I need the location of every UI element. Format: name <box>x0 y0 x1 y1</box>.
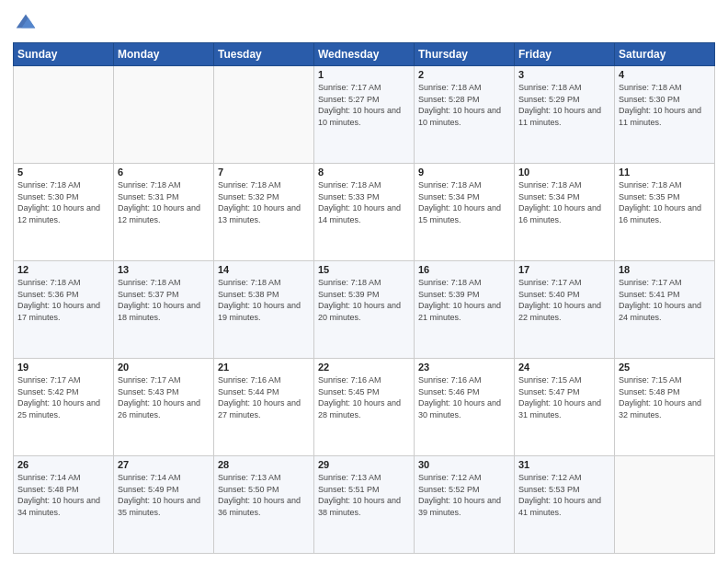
calendar-cell: 29Sunrise: 7:13 AMSunset: 5:51 PMDayligh… <box>314 456 415 554</box>
logo <box>13 9 42 35</box>
calendar-cell: 18Sunrise: 7:17 AMSunset: 5:41 PMDayligh… <box>615 261 715 359</box>
day-info: Sunrise: 7:18 AMSunset: 5:30 PMDaylight:… <box>619 82 711 128</box>
calendar-week-row: 12Sunrise: 7:18 AMSunset: 5:36 PMDayligh… <box>14 261 715 359</box>
day-number: 11 <box>619 167 711 178</box>
day-info: Sunrise: 7:18 AMSunset: 5:35 PMDaylight:… <box>619 179 711 225</box>
day-number: 9 <box>418 167 510 178</box>
calendar-cell: 3Sunrise: 7:18 AMSunset: 5:29 PMDaylight… <box>515 66 615 164</box>
day-number: 15 <box>318 264 410 275</box>
calendar-cell: 4Sunrise: 7:18 AMSunset: 5:30 PMDaylight… <box>615 66 715 164</box>
calendar-cell: 2Sunrise: 7:18 AMSunset: 5:28 PMDaylight… <box>415 66 515 164</box>
calendar-week-row: 19Sunrise: 7:17 AMSunset: 5:42 PMDayligh… <box>14 359 715 456</box>
day-info: Sunrise: 7:18 AMSunset: 5:29 PMDaylight:… <box>518 82 610 128</box>
col-thursday: Thursday <box>415 43 515 66</box>
calendar-cell: 5Sunrise: 7:18 AMSunset: 5:30 PMDaylight… <box>14 164 114 261</box>
calendar-cell: 31Sunrise: 7:12 AMSunset: 5:53 PMDayligh… <box>515 456 615 554</box>
calendar-cell: 28Sunrise: 7:13 AMSunset: 5:50 PMDayligh… <box>214 456 314 554</box>
calendar-cell: 12Sunrise: 7:18 AMSunset: 5:36 PMDayligh… <box>14 261 114 359</box>
day-number: 23 <box>418 362 510 373</box>
day-info: Sunrise: 7:16 AMSunset: 5:45 PMDaylight:… <box>318 374 410 420</box>
calendar-cell: 9Sunrise: 7:18 AMSunset: 5:34 PMDaylight… <box>415 164 515 261</box>
calendar-week-row: 5Sunrise: 7:18 AMSunset: 5:30 PMDaylight… <box>14 164 715 261</box>
day-number: 27 <box>118 459 210 470</box>
day-info: Sunrise: 7:18 AMSunset: 5:32 PMDaylight:… <box>218 179 310 225</box>
day-number: 29 <box>318 459 410 470</box>
day-number: 12 <box>17 264 109 275</box>
day-info: Sunrise: 7:17 AMSunset: 5:41 PMDaylight:… <box>619 277 711 323</box>
day-info: Sunrise: 7:15 AMSunset: 5:48 PMDaylight:… <box>619 374 711 420</box>
page: Sunday Monday Tuesday Wednesday Thursday… <box>0 0 728 563</box>
day-info: Sunrise: 7:13 AMSunset: 5:51 PMDaylight:… <box>318 472 410 518</box>
calendar-cell <box>615 456 715 554</box>
calendar-cell: 15Sunrise: 7:18 AMSunset: 5:39 PMDayligh… <box>314 261 415 359</box>
calendar-cell <box>214 66 314 164</box>
day-number: 30 <box>418 459 510 470</box>
day-info: Sunrise: 7:18 AMSunset: 5:39 PMDaylight:… <box>418 277 510 323</box>
day-info: Sunrise: 7:16 AMSunset: 5:44 PMDaylight:… <box>218 374 310 420</box>
day-info: Sunrise: 7:18 AMSunset: 5:31 PMDaylight:… <box>118 179 210 225</box>
calendar-cell: 24Sunrise: 7:15 AMSunset: 5:47 PMDayligh… <box>515 359 615 456</box>
day-number: 3 <box>518 69 610 80</box>
day-info: Sunrise: 7:17 AMSunset: 5:40 PMDaylight:… <box>518 277 610 323</box>
day-info: Sunrise: 7:13 AMSunset: 5:50 PMDaylight:… <box>218 472 310 518</box>
calendar-cell: 14Sunrise: 7:18 AMSunset: 5:38 PMDayligh… <box>214 261 314 359</box>
day-info: Sunrise: 7:18 AMSunset: 5:33 PMDaylight:… <box>318 179 410 225</box>
calendar-cell: 26Sunrise: 7:14 AMSunset: 5:48 PMDayligh… <box>14 456 114 554</box>
day-number: 21 <box>218 362 310 373</box>
calendar-cell: 27Sunrise: 7:14 AMSunset: 5:49 PMDayligh… <box>114 456 214 554</box>
day-info: Sunrise: 7:18 AMSunset: 5:28 PMDaylight:… <box>418 82 510 128</box>
day-info: Sunrise: 7:14 AMSunset: 5:48 PMDaylight:… <box>17 472 109 518</box>
calendar-cell <box>14 66 114 164</box>
calendar-cell: 25Sunrise: 7:15 AMSunset: 5:48 PMDayligh… <box>615 359 715 456</box>
calendar-cell: 11Sunrise: 7:18 AMSunset: 5:35 PMDayligh… <box>615 164 715 261</box>
day-number: 10 <box>518 167 610 178</box>
day-info: Sunrise: 7:18 AMSunset: 5:34 PMDaylight:… <box>418 179 510 225</box>
calendar-cell: 6Sunrise: 7:18 AMSunset: 5:31 PMDaylight… <box>114 164 214 261</box>
day-number: 5 <box>17 167 109 178</box>
day-info: Sunrise: 7:12 AMSunset: 5:53 PMDaylight:… <box>518 472 610 518</box>
day-number: 26 <box>17 459 109 470</box>
day-info: Sunrise: 7:18 AMSunset: 5:38 PMDaylight:… <box>218 277 310 323</box>
day-info: Sunrise: 7:16 AMSunset: 5:46 PMDaylight:… <box>418 374 510 420</box>
calendar-cell: 21Sunrise: 7:16 AMSunset: 5:44 PMDayligh… <box>214 359 314 456</box>
day-info: Sunrise: 7:12 AMSunset: 5:52 PMDaylight:… <box>418 472 510 518</box>
calendar-week-row: 26Sunrise: 7:14 AMSunset: 5:48 PMDayligh… <box>14 456 715 554</box>
day-number: 7 <box>218 167 310 178</box>
header <box>13 9 715 35</box>
calendar-cell: 1Sunrise: 7:17 AMSunset: 5:27 PMDaylight… <box>314 66 415 164</box>
day-number: 8 <box>318 167 410 178</box>
col-tuesday: Tuesday <box>214 43 314 66</box>
day-number: 1 <box>318 69 410 80</box>
calendar-cell: 23Sunrise: 7:16 AMSunset: 5:46 PMDayligh… <box>415 359 515 456</box>
calendar-cell: 7Sunrise: 7:18 AMSunset: 5:32 PMDaylight… <box>214 164 314 261</box>
calendar-cell: 13Sunrise: 7:18 AMSunset: 5:37 PMDayligh… <box>114 261 214 359</box>
calendar-week-row: 1Sunrise: 7:17 AMSunset: 5:27 PMDaylight… <box>14 66 715 164</box>
day-number: 24 <box>518 362 610 373</box>
day-info: Sunrise: 7:15 AMSunset: 5:47 PMDaylight:… <box>518 374 610 420</box>
day-number: 19 <box>17 362 109 373</box>
calendar-cell: 20Sunrise: 7:17 AMSunset: 5:43 PMDayligh… <box>114 359 214 456</box>
day-info: Sunrise: 7:18 AMSunset: 5:30 PMDaylight:… <box>17 179 109 225</box>
day-number: 14 <box>218 264 310 275</box>
day-info: Sunrise: 7:17 AMSunset: 5:43 PMDaylight:… <box>118 374 210 420</box>
calendar-cell: 8Sunrise: 7:18 AMSunset: 5:33 PMDaylight… <box>314 164 415 261</box>
day-number: 4 <box>619 69 711 80</box>
col-sunday: Sunday <box>14 43 114 66</box>
col-saturday: Saturday <box>615 43 715 66</box>
day-info: Sunrise: 7:18 AMSunset: 5:36 PMDaylight:… <box>17 277 109 323</box>
calendar-header-row: Sunday Monday Tuesday Wednesday Thursday… <box>14 43 715 66</box>
day-number: 22 <box>318 362 410 373</box>
day-info: Sunrise: 7:17 AMSunset: 5:42 PMDaylight:… <box>17 374 109 420</box>
calendar-cell: 17Sunrise: 7:17 AMSunset: 5:40 PMDayligh… <box>515 261 615 359</box>
day-number: 20 <box>118 362 210 373</box>
day-number: 13 <box>118 264 210 275</box>
day-number: 25 <box>619 362 711 373</box>
day-number: 28 <box>218 459 310 470</box>
calendar-table: Sunday Monday Tuesday Wednesday Thursday… <box>13 42 715 554</box>
day-number: 2 <box>418 69 510 80</box>
calendar-cell: 22Sunrise: 7:16 AMSunset: 5:45 PMDayligh… <box>314 359 415 456</box>
col-friday: Friday <box>515 43 615 66</box>
day-number: 6 <box>118 167 210 178</box>
logo-icon <box>13 9 39 35</box>
col-wednesday: Wednesday <box>314 43 415 66</box>
